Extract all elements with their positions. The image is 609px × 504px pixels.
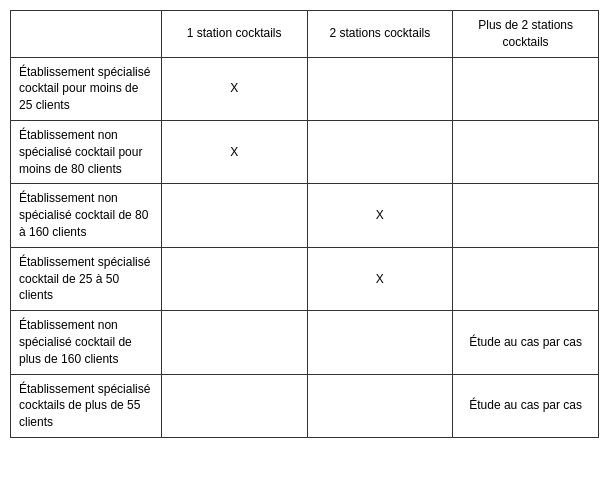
header-col2: 2 stations cocktails bbox=[307, 11, 453, 58]
row-col2 bbox=[307, 374, 453, 437]
cocktail-stations-table: 1 station cocktails 2 stations cocktails… bbox=[10, 10, 599, 438]
row-label: Établissement spécialisé cocktail de 25 … bbox=[11, 247, 162, 310]
row-col2: X bbox=[307, 247, 453, 310]
header-col3: Plus de 2 stations cocktails bbox=[453, 11, 599, 58]
row-label: Établissement spécialisé cocktail pour m… bbox=[11, 57, 162, 120]
row-label: Établissement non spécialisé cocktail po… bbox=[11, 120, 162, 183]
table-row: Établissement non spécialisé cocktail de… bbox=[11, 184, 599, 247]
row-label: Établissement non spécialisé cocktail de… bbox=[11, 311, 162, 374]
row-col1 bbox=[161, 247, 307, 310]
row-col3 bbox=[453, 120, 599, 183]
row-col1: X bbox=[161, 57, 307, 120]
row-col2 bbox=[307, 311, 453, 374]
row-col3: Étude au cas par cas bbox=[453, 374, 599, 437]
row-col3 bbox=[453, 247, 599, 310]
row-col1 bbox=[161, 374, 307, 437]
row-label: Établissement non spécialisé cocktail de… bbox=[11, 184, 162, 247]
row-col2: X bbox=[307, 184, 453, 247]
table-row: Établissement spécialisé cocktail pour m… bbox=[11, 57, 599, 120]
row-col3: Étude au cas par cas bbox=[453, 311, 599, 374]
row-label: Établissement spécialisé cocktails de pl… bbox=[11, 374, 162, 437]
table-row: Établissement spécialisé cocktails de pl… bbox=[11, 374, 599, 437]
row-col1 bbox=[161, 311, 307, 374]
table-row: Établissement non spécialisé cocktail de… bbox=[11, 311, 599, 374]
header-empty bbox=[11, 11, 162, 58]
row-col3 bbox=[453, 184, 599, 247]
table-container: 1 station cocktails 2 stations cocktails… bbox=[10, 10, 599, 438]
table-row: Établissement non spécialisé cocktail po… bbox=[11, 120, 599, 183]
header-row: 1 station cocktails 2 stations cocktails… bbox=[11, 11, 599, 58]
table-row: Établissement spécialisé cocktail de 25 … bbox=[11, 247, 599, 310]
row-col1 bbox=[161, 184, 307, 247]
row-col1: X bbox=[161, 120, 307, 183]
row-col3 bbox=[453, 57, 599, 120]
header-col1: 1 station cocktails bbox=[161, 11, 307, 58]
row-col2 bbox=[307, 120, 453, 183]
row-col2 bbox=[307, 57, 453, 120]
